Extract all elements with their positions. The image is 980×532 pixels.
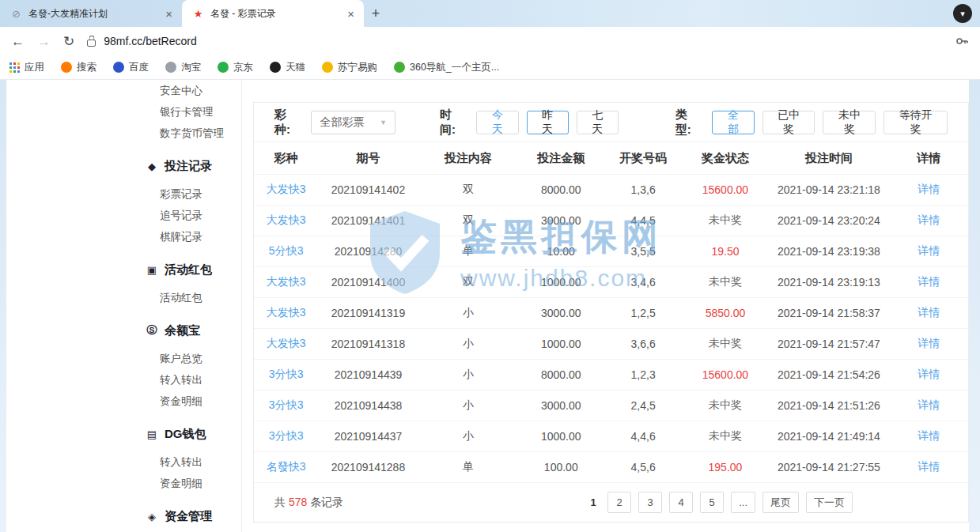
main-content: 彩种: 全部彩票 ▼ 时间: 今天 昨天 [253, 80, 969, 532]
sidebar-item[interactable]: ◈ 资金管理 [125, 505, 241, 527]
cell-period: 20210914439 [318, 368, 418, 381]
bookmark-item[interactable]: 搜索 [61, 61, 96, 74]
cell-period: 202109141401 [318, 214, 418, 227]
sidebar-item-label: 安全中心 [160, 84, 202, 98]
sidebar-item[interactable]: 账户总览 [125, 348, 241, 369]
sidebar-item[interactable]: Ⓢ 余额宝 [125, 319, 241, 341]
type-filter-button[interactable]: 未中奖 [823, 111, 876, 134]
cell-lottery[interactable]: 名發快3 [254, 460, 318, 474]
cell-lottery[interactable]: 大发快3 [254, 306, 318, 320]
sidebar-item[interactable]: 转入转出 [125, 451, 241, 473]
back-button[interactable]: ← [11, 35, 25, 48]
page-button[interactable]: 4 [669, 492, 693, 513]
forward-button[interactable]: → [37, 35, 51, 48]
sidebar-item[interactable]: 银行卡管理 [125, 101, 241, 123]
detail-link[interactable]: 详情 [890, 460, 968, 474]
sidebar-item[interactable]: ▣ 活动红包 [125, 258, 241, 281]
cell-lottery[interactable]: 3分快3 [254, 398, 318, 413]
detail-link[interactable]: 详情 [890, 213, 968, 228]
close-icon[interactable]: × [344, 6, 358, 21]
bookmark-item[interactable]: 苏宁易购 [322, 61, 377, 74]
detail-link[interactable]: 详情 [890, 368, 968, 382]
refresh-button[interactable]: ↻ [63, 35, 74, 48]
time-filter-button[interactable]: 今天 [476, 111, 518, 134]
page-button[interactable]: ... [731, 492, 755, 513]
detail-link[interactable]: 详情 [890, 275, 968, 289]
bookmark-item[interactable]: 百度 [113, 61, 149, 74]
tab-plan-page[interactable]: ⊘ 名發-大发精准计划 × [0, 0, 182, 27]
detail-link[interactable]: 详情 [890, 244, 968, 258]
sidebar-item[interactable]: 棋牌记录 [125, 226, 241, 247]
detail-link[interactable]: 详情 [890, 306, 968, 320]
tab-bet-record[interactable]: ★ 名發 - 彩票记录 × [182, 0, 364, 27]
sidebar-item[interactable]: 追号记录 [125, 205, 241, 226]
type-filter-button[interactable]: 已中奖 [762, 111, 815, 134]
cell-lottery[interactable]: 大发快3 [254, 337, 318, 351]
cell-bet-content: 单 [418, 460, 518, 474]
bookmark-item[interactable]: 360导航_一个主页... [394, 61, 499, 74]
sidebar-item[interactable]: 彩票记录 [125, 183, 241, 205]
time-filter-button[interactable]: 七天 [577, 111, 619, 134]
table-row: 大发快3 202109141402 双 8000.00 1,3,6 15600.… [254, 174, 968, 205]
sidebar-item[interactable]: 资金明细 [125, 473, 241, 494]
new-tab-button[interactable]: + [364, 0, 388, 27]
lottery-select[interactable]: 全部彩票 ▼ [311, 111, 395, 134]
sidebar-item[interactable]: 转入转出 [125, 369, 241, 391]
cell-prize-status: 未中奖 [683, 275, 768, 289]
password-key-icon[interactable] [955, 34, 969, 48]
cell-prize-status: 未中奖 [683, 213, 768, 228]
table-header-cell: 彩种 [254, 151, 318, 166]
tab-title: 名發 - 彩票记录 [210, 7, 338, 21]
page-button[interactable]: 3 [638, 492, 662, 513]
cell-draw-numbers: 1,3,6 [604, 183, 682, 196]
time-filter-group: 时间: 今天 昨天 七天 [440, 108, 619, 138]
cell-bet-amount: 1000.00 [518, 430, 604, 443]
detail-link[interactable]: 详情 [890, 183, 968, 197]
bookmark-label: 天猫 [286, 61, 305, 74]
sidebar-item[interactable]: ▤ DG钱包 [125, 423, 241, 445]
cell-lottery[interactable]: 3分快3 [254, 429, 318, 443]
detail-link[interactable]: 详情 [890, 337, 968, 351]
table-header-row: 彩种 期号 投注内容 投注金额 开奖号码 奖金状态 投注时间 详情 [254, 142, 968, 174]
url-text[interactable]: 98mf.cc/betRecord [104, 35, 197, 47]
cell-bet-time: 2021-09-14 23:20:24 [768, 214, 890, 227]
sidebar-item[interactable]: 资金明细 [125, 391, 241, 412]
page-button[interactable]: 尾页 [762, 492, 799, 513]
detail-link[interactable]: 详情 [890, 398, 968, 413]
page-background: 安全中心 银行卡管理 数字货币管理 ◆ 投注记录 [0, 80, 980, 532]
cell-lottery[interactable]: 5分快3 [254, 244, 318, 258]
table-header-cell: 投注金额 [518, 151, 604, 166]
sidebar-item[interactable]: 数字货币管理 [125, 123, 241, 144]
sidebar-item[interactable]: 活动红包 [125, 287, 241, 308]
apps-grid-icon [9, 62, 20, 73]
media-control-button[interactable]: ▾ [953, 4, 972, 23]
sidebar-item[interactable]: 安全中心 [125, 80, 241, 101]
cell-bet-content: 小 [418, 398, 518, 413]
apps-shortcut[interactable]: 应用 [9, 61, 44, 74]
table-row: 3分快3 20210914437 小 1000.00 4,4,6 未中奖 202… [254, 421, 968, 451]
type-filter-button[interactable]: 全部 [712, 111, 754, 134]
sidebar-item[interactable]: ◆ 投注记录 [125, 155, 241, 177]
bookmark-item[interactable]: 淘宝 [165, 61, 201, 74]
page-button[interactable]: 1 [586, 492, 600, 513]
page-button[interactable]: 下一页 [806, 492, 853, 513]
pagination-bar: 共578条记录 1 2 3 4 5 [254, 482, 968, 522]
cell-draw-numbers: 4,4,6 [604, 430, 682, 443]
time-filter-button[interactable]: 昨天 [527, 111, 569, 134]
close-icon[interactable]: × [162, 6, 176, 21]
bookmark-item[interactable]: 天猫 [270, 61, 305, 74]
cell-lottery[interactable]: 3分快3 [254, 368, 318, 382]
type-filter-button[interactable]: 等待开奖 [884, 111, 948, 134]
address-bar[interactable]: 98mf.cc/betRecord [87, 35, 942, 47]
cell-bet-amount: 3000.00 [518, 214, 604, 227]
cell-draw-numbers: 1,2,5 [604, 307, 682, 319]
bookmark-item[interactable]: 京东 [218, 61, 253, 74]
page-button[interactable]: 5 [700, 492, 724, 513]
cell-draw-numbers: 3,6,6 [604, 338, 682, 350]
cell-lottery[interactable]: 大发快3 [254, 183, 318, 197]
detail-link[interactable]: 详情 [890, 429, 968, 443]
cell-lottery[interactable]: 大发快3 [254, 275, 318, 289]
page-button[interactable]: 2 [607, 492, 631, 513]
table-row: 大发快3 202109141319 小 3000.00 1,2,5 5850.0… [254, 297, 968, 328]
cell-lottery[interactable]: 大发快3 [254, 213, 318, 228]
